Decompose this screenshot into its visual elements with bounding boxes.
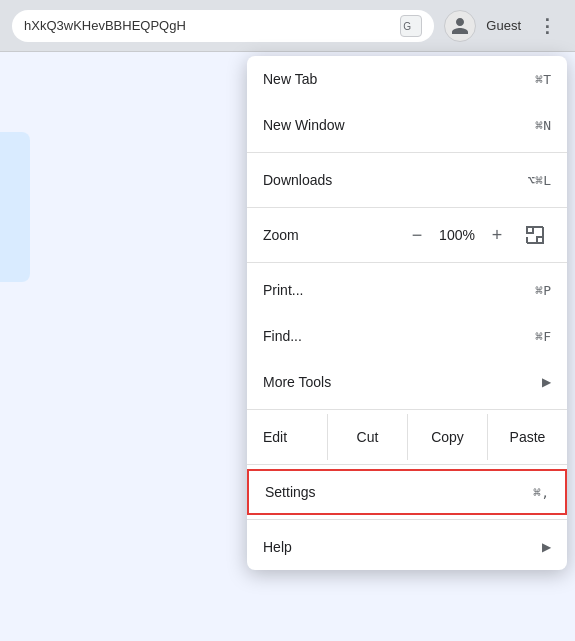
zoom-minus-icon: −	[412, 225, 423, 246]
help-arrow-icon: ▶	[542, 540, 551, 554]
copy-label: Copy	[431, 429, 464, 445]
menu-item-new-tab[interactable]: New Tab ⌘T	[247, 56, 567, 102]
find-shortcut: ⌘F	[535, 329, 551, 344]
settings-label: Settings	[265, 484, 533, 500]
paste-label: Paste	[510, 429, 546, 445]
divider-4	[247, 409, 567, 410]
divider-6	[247, 519, 567, 520]
translate-icon[interactable]: G	[400, 15, 422, 37]
chrome-header: hXkQ3wKHevBBHEQPQgH G Guest ⋮	[0, 0, 575, 52]
chrome-menu-button[interactable]: ⋮	[531, 10, 563, 42]
more-tools-label: More Tools	[263, 374, 538, 390]
settings-shortcut: ⌘,	[533, 485, 549, 500]
guest-label: Guest	[486, 18, 521, 33]
fullscreen-icon	[526, 226, 544, 244]
svg-text:G: G	[404, 20, 412, 31]
chrome-dropdown-menu: New Tab ⌘T New Window ⌘N Downloads ⌥⌘L Z…	[247, 56, 567, 570]
page-content: New Tab ⌘T New Window ⌘N Downloads ⌥⌘L Z…	[0, 52, 575, 641]
address-text: hXkQ3wKHevBBHEQPQgH	[24, 18, 392, 33]
divider-2	[247, 207, 567, 208]
left-decoration	[0, 132, 30, 282]
new-window-label: New Window	[263, 117, 535, 133]
zoom-increase-button[interactable]: +	[479, 221, 515, 249]
print-shortcut: ⌘P	[535, 283, 551, 298]
print-label: Print...	[263, 282, 535, 298]
zoom-controls: − 100% +	[399, 221, 551, 249]
zoom-label: Zoom	[263, 227, 399, 243]
three-dots-icon: ⋮	[538, 15, 557, 37]
cut-button[interactable]: Cut	[327, 414, 407, 460]
divider-1	[247, 152, 567, 153]
menu-item-settings[interactable]: Settings ⌘,	[247, 469, 567, 515]
edit-row: Edit Cut Copy Paste	[247, 414, 567, 460]
find-label: Find...	[263, 328, 535, 344]
menu-item-help[interactable]: Help ▶	[247, 524, 567, 570]
address-bar[interactable]: hXkQ3wKHevBBHEQPQgH G	[12, 10, 434, 42]
new-tab-label: New Tab	[263, 71, 535, 87]
menu-item-find[interactable]: Find... ⌘F	[247, 313, 567, 359]
menu-item-more-tools[interactable]: More Tools ▶	[247, 359, 567, 405]
divider-3	[247, 262, 567, 263]
downloads-label: Downloads	[263, 172, 528, 188]
zoom-decrease-button[interactable]: −	[399, 221, 435, 249]
new-window-shortcut: ⌘N	[535, 118, 551, 133]
zoom-value: 100%	[435, 227, 479, 243]
copy-button[interactable]: Copy	[407, 414, 487, 460]
cut-label: Cut	[357, 429, 379, 445]
zoom-plus-icon: +	[492, 225, 503, 246]
divider-5	[247, 464, 567, 465]
profile-button[interactable]	[444, 10, 476, 42]
zoom-row: Zoom − 100% +	[247, 212, 567, 258]
paste-button[interactable]: Paste	[487, 414, 567, 460]
zoom-fullscreen-button[interactable]	[519, 221, 551, 249]
more-tools-arrow-icon: ▶	[542, 375, 551, 389]
help-label: Help	[263, 539, 538, 555]
new-tab-shortcut: ⌘T	[535, 72, 551, 87]
menu-item-new-window[interactable]: New Window ⌘N	[247, 102, 567, 148]
edit-label: Edit	[247, 429, 327, 445]
svg-rect-2	[537, 237, 543, 243]
downloads-shortcut: ⌥⌘L	[528, 173, 551, 188]
menu-item-print[interactable]: Print... ⌘P	[247, 267, 567, 313]
svg-rect-1	[527, 227, 533, 233]
menu-item-downloads[interactable]: Downloads ⌥⌘L	[247, 157, 567, 203]
